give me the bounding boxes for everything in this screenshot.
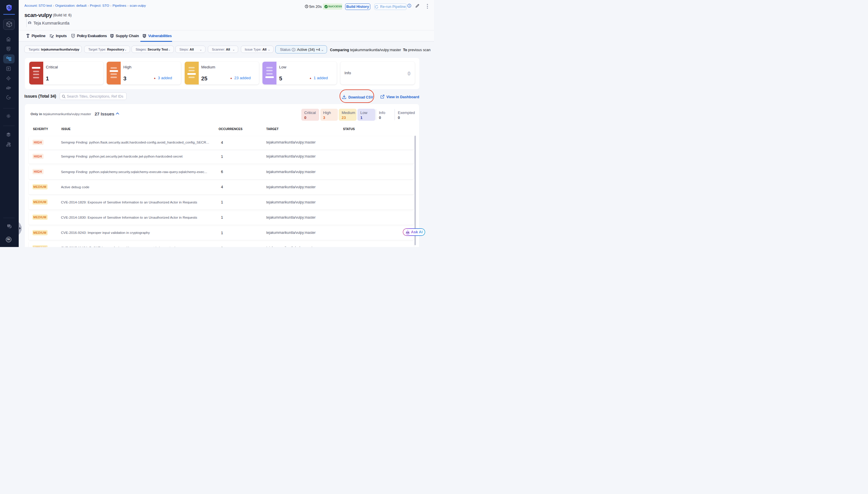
svg-text:?: ? <box>8 225 9 227</box>
